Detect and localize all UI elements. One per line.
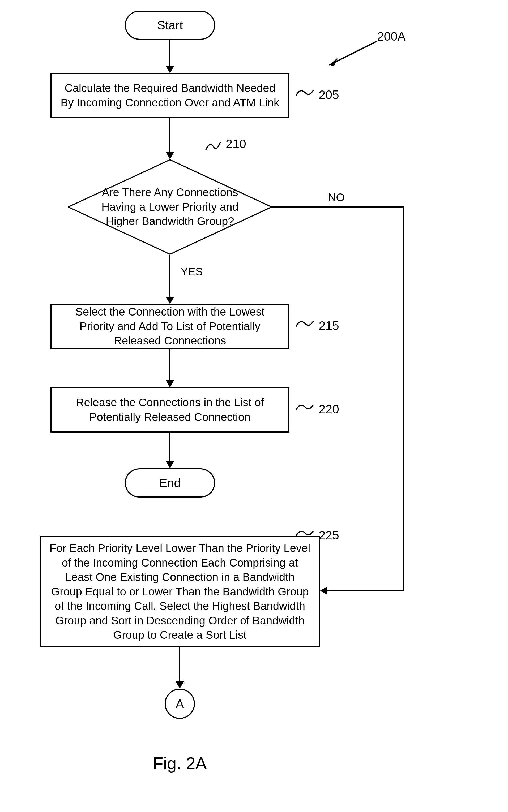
terminator-end: End (125, 468, 215, 497)
arrow-step3-end (169, 433, 170, 462)
terminator-start: Start (125, 11, 215, 40)
ref-225: 225 (319, 528, 339, 542)
ref-200a: 200A (377, 29, 406, 44)
end-label: End (159, 476, 181, 490)
ref-squiggle-210 (203, 135, 224, 154)
yes-label: YES (180, 266, 203, 278)
process-select-lowest-priority: Select the Connection with the Lowest Pr… (50, 304, 290, 349)
arrow-step1-decision (169, 118, 170, 153)
step3-label: Release the Connections in the List of P… (59, 395, 281, 424)
process-release-connections: Release the Connections in the List of P… (50, 387, 290, 433)
arrowhead-no-into-step4 (320, 586, 328, 595)
figure-caption: Fig. 2A (153, 754, 207, 773)
start-label: Start (157, 18, 183, 32)
arrow-decision-step2 (169, 255, 170, 297)
ref-215: 215 (319, 319, 339, 333)
ref-squiggle-215 (295, 316, 316, 332)
svg-line-1 (329, 41, 377, 65)
ref-squiggle-205 (295, 85, 316, 101)
step4-label: For Each Priority Level Lower Than the P… (49, 541, 311, 642)
process-for-each-priority: For Each Priority Level Lower Than the P… (40, 536, 320, 648)
flowchart-canvas: Start Calculate the Required Bandwidth N… (50, 11, 457, 801)
decision-label: Are There Any Connections Having a Lower… (96, 185, 244, 229)
arrowhead-start-step1 (166, 66, 174, 73)
arrowhead-step4-connector (175, 681, 184, 688)
arrow-step2-step3 (169, 349, 170, 381)
process-calc-bandwidth: Calculate the Required Bandwidth Needed … (50, 73, 290, 118)
arrow-step4-connector (179, 648, 180, 682)
ref-squiggle-220 (295, 399, 316, 415)
no-label: NO (328, 191, 345, 204)
arrow-no-horizontal (272, 206, 404, 207)
ref-220: 220 (319, 402, 339, 416)
decision-any-connections: Are There Any Connections Having a Lower… (68, 159, 272, 255)
ref-210: 210 (226, 137, 246, 151)
ref-205: 205 (319, 88, 339, 102)
ref-squiggle-225 (295, 525, 316, 541)
step2-label: Select the Connection with the Lowest Pr… (59, 305, 281, 348)
arrow-start-step1 (169, 40, 170, 66)
arrowhead-step2-step3 (166, 380, 174, 387)
arrow-no-vertical (403, 206, 404, 591)
step1-label: Calculate the Required Bandwidth Needed … (59, 81, 281, 110)
arrow-no-into-step4 (327, 590, 404, 591)
arrowhead-decision-step2 (166, 297, 174, 304)
ref-arrow-200a (321, 39, 380, 70)
arrowhead-step3-end (166, 461, 174, 468)
arrowhead-step1-decision (166, 152, 174, 159)
connector-a-label: A (176, 697, 184, 711)
connector-a: A (165, 688, 195, 719)
